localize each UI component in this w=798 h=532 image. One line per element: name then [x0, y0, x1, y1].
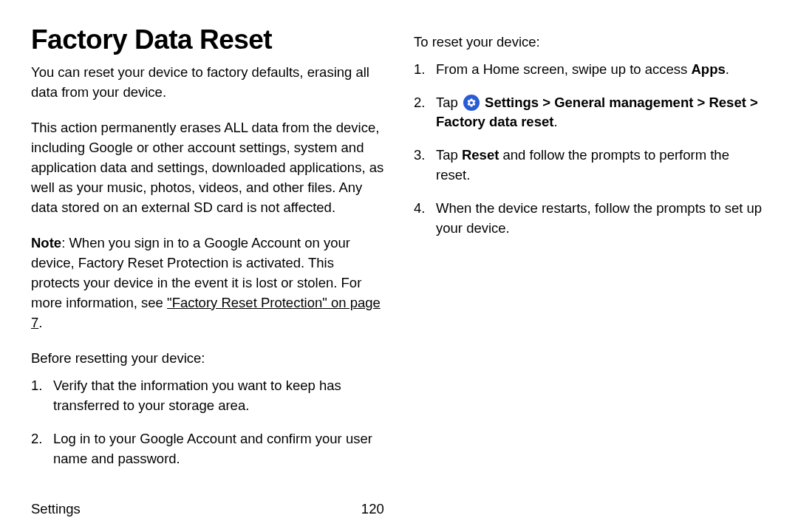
footer-section: Settings	[31, 501, 81, 517]
step2-factory: Factory data reset	[436, 114, 553, 129]
page-footer: Settings 120	[31, 495, 767, 517]
before-reset-list: Verify that the information you want to …	[31, 376, 384, 468]
settings-gear-icon	[463, 95, 480, 111]
content-columns: Factory Data Reset You can reset your de…	[31, 25, 767, 495]
reset-lead: To reset your device:	[414, 33, 767, 52]
before-reset-lead: Before resetting your device:	[31, 349, 384, 369]
step2-post: .	[553, 114, 557, 129]
list-item: From a Home screen, swipe up to access A…	[414, 60, 767, 80]
step3-reset: Reset	[462, 147, 499, 163]
step2-general: General management	[554, 95, 693, 110]
left-column: Factory Data Reset You can reset your de…	[31, 25, 384, 495]
list-item: When the device restarts, follow the pro…	[414, 199, 767, 239]
page-title: Factory Data Reset	[31, 25, 384, 55]
footer-page-number: 120	[361, 501, 384, 517]
step2-pre: Tap	[436, 95, 462, 110]
step1-post: .	[726, 61, 729, 77]
right-column: To reset your device: From a Home screen…	[414, 25, 767, 495]
list-item: Tap Reset and follow the prompts to perf…	[414, 146, 767, 185]
warning-paragraph: This action permanently erases ALL data …	[31, 118, 384, 217]
step1-pre: From a Home screen, swipe up to access	[436, 61, 691, 77]
list-item: Log in to your Google Account and confir…	[31, 429, 384, 469]
note-label: Note	[31, 235, 61, 250]
step2-sep1: >	[539, 95, 554, 110]
step2-reset: Reset	[709, 95, 746, 110]
step2-sep3: >	[746, 95, 758, 110]
step2-sep2: >	[693, 95, 709, 110]
list-item: Verify that the information you want to …	[31, 376, 384, 416]
step1-apps: Apps	[691, 61, 725, 77]
step2-settings: Settings	[485, 95, 539, 110]
note-paragraph: Note: When you sign in to a Google Accou…	[31, 233, 384, 332]
reset-steps-list: From a Home screen, swipe up to access A…	[414, 60, 767, 239]
list-item: Tap Settings > General management > Rese…	[414, 93, 767, 133]
step3-pre: Tap	[436, 147, 462, 163]
intro-paragraph: You can reset your device to factory def…	[31, 63, 384, 103]
